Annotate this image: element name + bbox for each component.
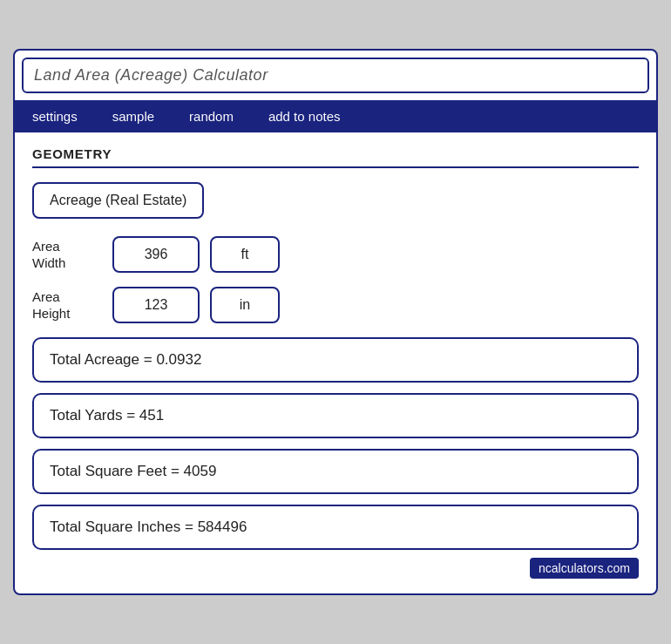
brand-label: ncalculators.com <box>530 558 639 579</box>
calculator-container: Land Area (Acreage) Calculator settings … <box>13 49 658 595</box>
app-title: Land Area (Acreage) Calculator <box>34 66 268 84</box>
total-sqfeet-result: Total Square Feet = 4059 <box>32 449 639 494</box>
area-height-unit-input[interactable] <box>210 287 280 323</box>
footer-brand: ncalculators.com <box>32 560 639 576</box>
main-content: GEOMETRY Acreage (Real Estate) AreaWidth… <box>15 132 656 593</box>
tab-random[interactable]: random <box>172 100 251 132</box>
geometry-type-button[interactable]: Acreage (Real Estate) <box>32 182 204 219</box>
area-width-input[interactable] <box>112 236 200 273</box>
tab-settings[interactable]: settings <box>15 100 95 132</box>
tab-add-to-notes[interactable]: add to notes <box>251 100 358 132</box>
title-bar: Land Area (Acreage) Calculator <box>22 58 649 93</box>
area-width-label: AreaWidth <box>32 238 102 272</box>
section-header: GEOMETRY <box>32 146 639 168</box>
area-height-label: AreaHeight <box>32 288 102 322</box>
area-width-row: AreaWidth <box>32 236 639 273</box>
area-width-unit-input[interactable] <box>210 236 280 273</box>
total-yards-result: Total Yards = 451 <box>32 393 639 438</box>
area-height-row: AreaHeight <box>32 287 639 323</box>
area-height-input[interactable] <box>112 287 200 323</box>
total-sqinches-result: Total Square Inches = 584496 <box>32 505 639 550</box>
total-acreage-result: Total Acreage = 0.0932 <box>32 337 639 383</box>
tab-sample[interactable]: sample <box>95 100 172 132</box>
tab-bar: settings sample random add to notes <box>15 100 656 132</box>
